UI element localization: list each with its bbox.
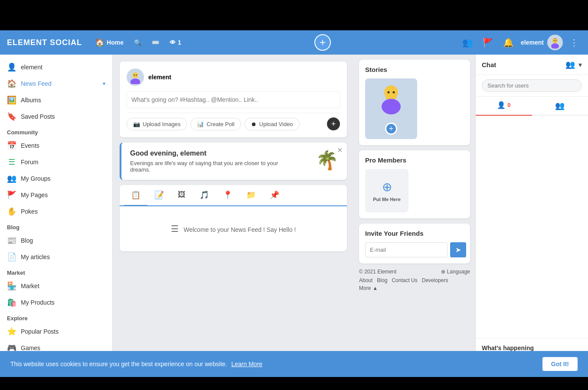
friends-icon[interactable]: 👥: [460, 35, 476, 50]
translate-icon: ⊕: [441, 269, 445, 275]
pokes-icon: ✋: [7, 207, 16, 216]
footer-links: About Blog Contact Us Developers: [359, 277, 470, 283]
upload-video-button[interactable]: ⏺ Upload Video: [245, 118, 300, 130]
svg-rect-14: [385, 92, 397, 99]
sidebar-item-user[interactable]: 👤 element: [0, 59, 112, 75]
tab-text[interactable]: 📝: [147, 185, 171, 206]
forum-icon: ☰: [7, 157, 16, 167]
invite-send-button[interactable]: ➤: [450, 242, 466, 257]
chat-search-input[interactable]: [482, 79, 582, 92]
user-name: element: [521, 39, 544, 46]
learn-more-link[interactable]: Learn More: [232, 361, 263, 367]
sidebar: 👤 element 🏠 News Feed ▾ 🖼️ Albums 🔖 Save…: [0, 55, 113, 377]
sidebar-item-popularposts[interactable]: ⭐ Popular Posts: [0, 323, 112, 340]
tab-posts[interactable]: 📋: [124, 185, 147, 206]
search-nav[interactable]: 🔍: [130, 36, 146, 49]
pages-icon: 🚩: [7, 190, 16, 200]
sidebar-item-market[interactable]: 🏪 Market: [0, 278, 112, 294]
add-button[interactable]: +: [314, 34, 331, 51]
more-options-button[interactable]: +: [327, 117, 340, 130]
post-composer: element 📷 Upload Images 📊 Create Poll ⏺ …: [120, 62, 347, 137]
footer-contact[interactable]: Contact Us: [392, 277, 417, 283]
greeting-title: Good evening, element: [130, 150, 295, 157]
cookie-message: This website uses cookies to ensure you …: [10, 361, 227, 367]
sidebar-item-myarticles[interactable]: 📄 My articles: [0, 249, 112, 265]
composer-user-name: element: [148, 74, 171, 81]
footer-more[interactable]: More ▲: [359, 285, 470, 291]
keyboard-nav[interactable]: ⌨️: [147, 36, 163, 49]
sidebar-item-mypages[interactable]: 🚩 My Pages: [0, 187, 112, 203]
explore-section-title: Explore: [0, 311, 112, 323]
sidebar-item-blog[interactable]: 📰 Blog: [0, 232, 112, 249]
sidebar-forum-label: Forum: [21, 159, 38, 166]
invite-title: Invite Your Friends: [365, 230, 464, 237]
upload-images-button[interactable]: 📷 Upload Images: [127, 118, 187, 130]
sidebar-events-label: Events: [21, 142, 39, 149]
footer-developers[interactable]: Developers: [422, 277, 448, 283]
story-add-card[interactable]: +: [365, 78, 417, 139]
chat-tab-groups[interactable]: 👥: [532, 97, 588, 115]
tab-images[interactable]: 🖼: [171, 185, 193, 206]
tab-music[interactable]: 🎵: [193, 185, 216, 206]
svg-point-17: [382, 99, 401, 114]
footer-blog[interactable]: Blog: [377, 277, 387, 283]
home-nav[interactable]: 🏠 Home: [91, 35, 128, 50]
footer-copyright: © 2021 Element: [359, 269, 396, 275]
products-icon: 🛍️: [7, 298, 16, 307]
poll-icon: 📊: [197, 121, 204, 127]
sidebar-item-mygroups[interactable]: 👥 My Groups: [0, 170, 112, 187]
pro-add-card[interactable]: ⊕ Put Me Here: [365, 169, 408, 212]
footer-language[interactable]: ⊕ Language: [441, 269, 470, 275]
header: ELEMENT SOCIAL 🏠 Home 🔍 ⌨️ 👁 1 + 👥 🚩 🔔 e…: [0, 30, 588, 55]
views-count: 1: [178, 39, 181, 46]
story-add-button[interactable]: +: [385, 123, 397, 135]
sidebar-pokes-label: Pokes: [21, 208, 38, 215]
chat-tab-friends[interactable]: 👤 0: [476, 97, 532, 116]
nav-links: 🏠 Home 🔍 ⌨️ 👁 1: [91, 35, 186, 50]
sidebar-item-pokes[interactable]: ✋ Pokes: [0, 203, 112, 220]
create-poll-button[interactable]: 📊 Create Poll: [190, 118, 241, 130]
sidebar-popular-label: Popular Posts: [21, 328, 59, 335]
more-icon[interactable]: ⋮: [567, 35, 581, 50]
blog-icon: 📰: [7, 236, 16, 245]
sidebar-item-newsfeed[interactable]: 🏠 News Feed ▾: [0, 75, 112, 92]
post-tabs: 📋 📝 🖼 🎵 📍 📁 📌 ☰ Welcome to your News Fee…: [120, 185, 347, 251]
composer-input[interactable]: [131, 96, 335, 103]
user-icon: 👤: [7, 62, 16, 72]
sidebar-saved-label: Saved Posts: [21, 113, 55, 120]
main-container: 👤 element 🏠 News Feed ▾ 🖼️ Albums 🔖 Save…: [0, 55, 588, 377]
close-icon[interactable]: ✕: [337, 146, 343, 154]
user-menu[interactable]: element: [521, 35, 563, 50]
groups-icon: 👥: [7, 174, 16, 183]
chat-panel: Chat 👥 ▾ 👤 0 👥 What: [475, 55, 588, 377]
pro-members-title: Pro Members: [365, 156, 464, 164]
avatar: [547, 35, 563, 50]
sidebar-user-name: element: [21, 64, 42, 71]
tab-pin[interactable]: 📌: [263, 185, 286, 206]
video-icon: ⏺: [251, 121, 257, 127]
chat-tabs: 👤 0 👥: [476, 97, 588, 116]
add-friends-icon[interactable]: 👥: [565, 60, 575, 69]
sidebar-mypages-label: My Pages: [21, 192, 48, 198]
got-it-button[interactable]: Got It!: [542, 357, 578, 371]
sidebar-item-events[interactable]: 📅 Events: [0, 137, 112, 154]
bell-icon[interactable]: 🔔: [500, 35, 516, 50]
greeting-content: Good evening, element Evenings are life'…: [130, 150, 295, 173]
person-icon: 👤: [497, 101, 506, 109]
tab-location[interactable]: 📍: [216, 185, 239, 206]
greeting-text: Evenings are life's way of saying that y…: [130, 160, 295, 173]
svg-point-15: [388, 91, 390, 94]
flag-icon[interactable]: 🚩: [480, 35, 496, 50]
sidebar-item-myproducts[interactable]: 🛍️ My Products: [0, 294, 112, 311]
chevron-down-icon[interactable]: ▾: [578, 61, 582, 69]
empty-icon: ☰: [171, 224, 179, 234]
greeting-emoji: 🌴: [316, 150, 338, 171]
invite-input[interactable]: [365, 242, 448, 257]
tab-files[interactable]: 📁: [239, 185, 263, 206]
footer-about[interactable]: About: [359, 277, 372, 283]
sidebar-item-albums[interactable]: 🖼️ Albums: [0, 92, 112, 108]
invite-widget: Invite Your Friends ➤: [359, 224, 470, 263]
views-nav[interactable]: 👁 1: [165, 36, 186, 49]
sidebar-item-saved[interactable]: 🔖 Saved Posts: [0, 108, 112, 125]
sidebar-item-forum[interactable]: ☰ Forum: [0, 154, 112, 170]
